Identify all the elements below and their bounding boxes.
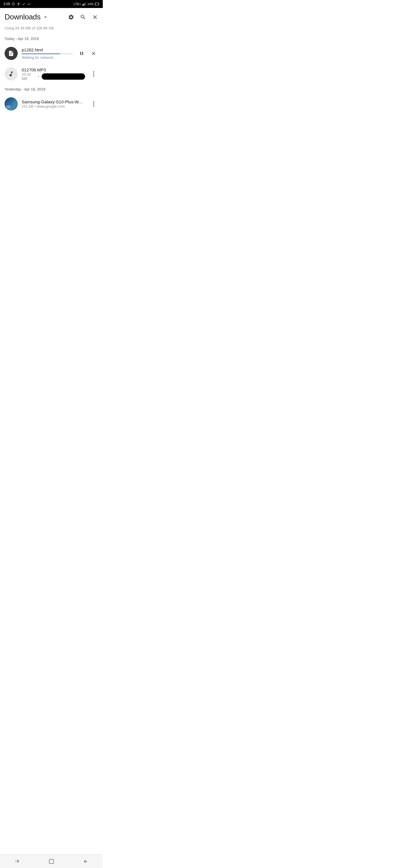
- battery-icon: [95, 3, 99, 5]
- more-options-image[interactable]: [89, 99, 98, 108]
- dropdown-arrow-icon[interactable]: [42, 14, 49, 20]
- separator-mp3: •: [38, 74, 39, 79]
- download-item-mp3: 012706.MP3 25.42 MB •: [0, 64, 103, 84]
- header: Downloads: [0, 8, 103, 25]
- status-bar-left: 3:09: [3, 2, 31, 6]
- cancel-download-button[interactable]: [89, 49, 98, 58]
- progress-bar-html: [22, 53, 73, 54]
- header-icons: [68, 14, 98, 20]
- more-options-mp3[interactable]: [89, 69, 98, 79]
- item-name-mp3: 012706.MP3: [22, 67, 85, 72]
- time-display: 3:09: [3, 2, 10, 6]
- lte-indicator: LTE+: [74, 2, 81, 6]
- section-date-yesterday: Yesterday - Apr 18, 2019: [0, 84, 103, 94]
- item-content-html: p1282.html Waiting for network…: [22, 48, 73, 60]
- item-meta-mp3: 25.42 MB •: [22, 72, 85, 81]
- settings-icon[interactable]: [68, 14, 74, 20]
- download-item-image: Samsung-Galaxy-S10-Plus-Wall-E-ho… 151 k…: [0, 94, 103, 114]
- close-icon[interactable]: [92, 14, 98, 20]
- music-icon: [8, 71, 14, 77]
- svg-rect-6: [95, 3, 96, 5]
- redacted-source-mp3: [42, 73, 85, 80]
- dot5: [93, 103, 94, 104]
- item-thumbnail-image: [5, 97, 18, 111]
- check-icon-1: [22, 2, 25, 6]
- alarm-icon: [12, 2, 15, 6]
- dot1: [93, 71, 94, 72]
- item-icon-html: [5, 47, 18, 60]
- download-item-html: p1282.html Waiting for network…: [0, 43, 103, 64]
- dot4: [93, 101, 94, 102]
- item-size-mp3: 25.42 MB: [22, 72, 37, 81]
- waiting-text: Waiting for network…: [22, 55, 57, 60]
- thumbnail-preview: [5, 97, 18, 111]
- item-content-image: Samsung-Galaxy-S10-Plus-Wall-E-ho… 151 k…: [22, 99, 85, 108]
- status-bar: 3:09 LTE+ 14%: [0, 0, 103, 8]
- item-content-mp3: 012706.MP3 25.42 MB •: [22, 67, 85, 81]
- separator-image: •: [34, 104, 36, 108]
- header-left: Downloads: [5, 12, 49, 22]
- svg-rect-3: [85, 2, 86, 6]
- storage-info-text: Using 24.39 MB of 108.99 GB: [5, 26, 54, 30]
- section-date-today: Today - Apr 19, 2019: [0, 34, 103, 43]
- item-name-html: p1282.html: [22, 48, 73, 52]
- item-source-image: www.google.com: [37, 104, 65, 108]
- status-bar-right: LTE+ 14%: [74, 2, 99, 6]
- search-icon[interactable]: [80, 14, 86, 20]
- item-actions-html: [77, 49, 98, 58]
- download-status-icon: [17, 2, 20, 6]
- svg-rect-5: [99, 3, 99, 4]
- item-meta-image: 151 kB • www.google.com: [22, 104, 85, 108]
- item-icon-mp3: [5, 67, 18, 81]
- check-icon-2: [27, 2, 31, 6]
- dot6: [93, 105, 94, 106]
- dot3: [93, 75, 94, 76]
- signal-icon: [82, 2, 86, 6]
- battery-percent: 14%: [87, 2, 94, 6]
- item-size-image: 151 kB: [22, 104, 33, 108]
- page-title: Downloads: [5, 12, 40, 22]
- document-icon: [8, 50, 14, 57]
- svg-rect-0: [83, 4, 83, 6]
- item-name-image: Samsung-Galaxy-S10-Plus-Wall-E-ho…: [22, 99, 85, 104]
- svg-rect-1: [83, 4, 84, 6]
- item-actions-mp3: [89, 69, 98, 79]
- storage-info: Using 24.39 MB of 108.99 GB: [0, 25, 103, 34]
- svg-rect-2: [85, 3, 85, 6]
- item-status-html: Waiting for network…: [22, 55, 73, 60]
- item-actions-image: [89, 99, 98, 108]
- progress-fill-html: [22, 53, 60, 54]
- dot2: [93, 73, 94, 74]
- pause-button[interactable]: [77, 49, 86, 58]
